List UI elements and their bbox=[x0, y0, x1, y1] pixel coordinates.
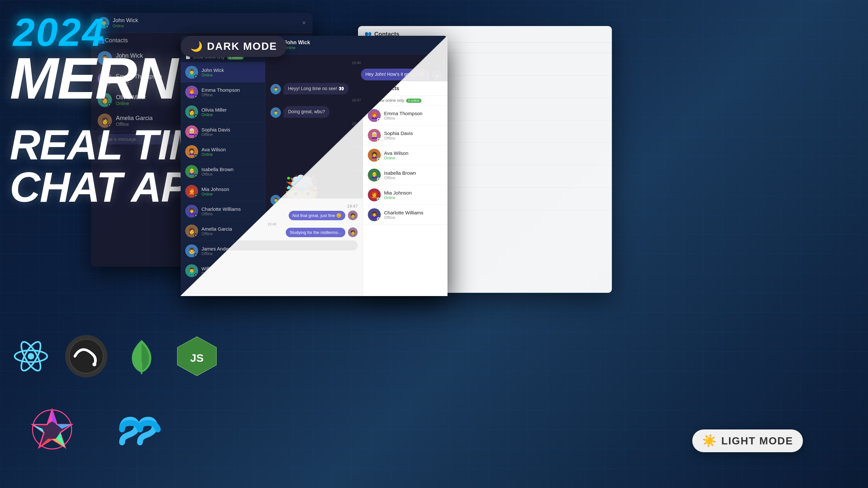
contact-item-john[interactable]: 👨‍🦱 John Wick Online bbox=[181, 62, 265, 82]
svg-point-0 bbox=[28, 353, 34, 359]
contact-item-isabella[interactable]: 👩‍🦲 Isabella Brown Offline bbox=[181, 162, 265, 182]
socket-icon bbox=[65, 335, 107, 378]
svg-point-5 bbox=[92, 362, 96, 366]
light-contact-emma[interactable]: 👩‍🦰 Emma ThompsonOffline bbox=[363, 106, 447, 126]
contact-item-ava[interactable]: 👩‍🦱 Ava Wilson Online bbox=[181, 142, 265, 162]
light-contact-mia[interactable]: 🧑‍🦰 Mia JohnsonOnline bbox=[363, 185, 447, 205]
chat-partner-status: Online bbox=[284, 45, 310, 50]
msg-bubble-3: Doing great, wbu? bbox=[283, 106, 330, 118]
svg-text:JS: JS bbox=[190, 352, 204, 364]
tailwind-icon bbox=[104, 410, 176, 449]
bg-window-close[interactable]: × bbox=[302, 19, 306, 27]
tech-icons-bottom bbox=[26, 403, 176, 455]
light-contact-ava[interactable]: 👩‍🦱 Ava WilsonOnline bbox=[363, 145, 447, 165]
light-contact-isabella[interactable]: 👩‍🦲 Isabella BrownOffline bbox=[363, 165, 447, 185]
light-mode-label: LIGHT MODE bbox=[721, 435, 793, 447]
light-contact-sophia[interactable]: 👩‍🦳 Sophia DavisOffline bbox=[363, 126, 447, 145]
msg-time-1: 19:46 bbox=[271, 61, 442, 65]
msg-bubble-2: Heyy! Long time no see! 👀 bbox=[283, 83, 348, 95]
my-avatar: 🧑 bbox=[432, 70, 442, 80]
contact-item-charlotte[interactable]: 👩‍🦱 Charlotte Williams Offline bbox=[181, 201, 265, 221]
sun-icon: ☀️ bbox=[702, 434, 717, 448]
msg-bubble-1: Hey John! How's it going? 🤩 bbox=[361, 69, 429, 80]
chat-header-info: John Wick Online bbox=[284, 40, 310, 50]
contact-item-mia[interactable]: 🧑‍🦰 Mia Johnson Online bbox=[181, 182, 265, 201]
john-avatar-2: 👨‍🦱 bbox=[271, 84, 281, 94]
chat-partner-name: John Wick bbox=[284, 40, 310, 45]
light-contacts-overlay: 👥Contacts Show online only 4 online 👩‍🦰 … bbox=[363, 82, 447, 296]
john-avatar-3: 👨‍🦱 bbox=[271, 107, 281, 118]
nodejs-icon: JS bbox=[176, 335, 218, 378]
msg-row-1: 🧑 Hey John! How's it going? 🤩 bbox=[271, 69, 442, 80]
contact-item-olivia[interactable]: 👩 Olivia Miller Online bbox=[181, 102, 265, 122]
chat-close-button[interactable]: × bbox=[439, 42, 442, 48]
dark-mode-label: DARK MODE bbox=[207, 40, 277, 53]
mern-text: MERN bbox=[10, 52, 177, 105]
tech-icons-top: JS bbox=[10, 335, 218, 378]
mongodb-icon bbox=[120, 335, 163, 378]
chat-header: 👨‍🦱 John Wick Online × bbox=[265, 36, 447, 54]
contact-item-sophia[interactable]: 👩‍🦳 Sophia Davis Offline bbox=[181, 122, 265, 142]
light-mode-badge: ☀️ LIGHT MODE bbox=[692, 429, 803, 452]
dark-mode-badge: 🌙 DARK MODE bbox=[181, 36, 287, 57]
zustand-icon bbox=[26, 403, 78, 455]
moon-icon: 🌙 bbox=[190, 41, 203, 52]
light-contact-charlotte[interactable]: 👩‍🦱 Charlotte WilliamsOffline bbox=[363, 205, 447, 225]
react-icon bbox=[10, 335, 52, 378]
contact-item-emma[interactable]: 👩‍🦰 Emma Thompson Offline bbox=[181, 82, 265, 102]
